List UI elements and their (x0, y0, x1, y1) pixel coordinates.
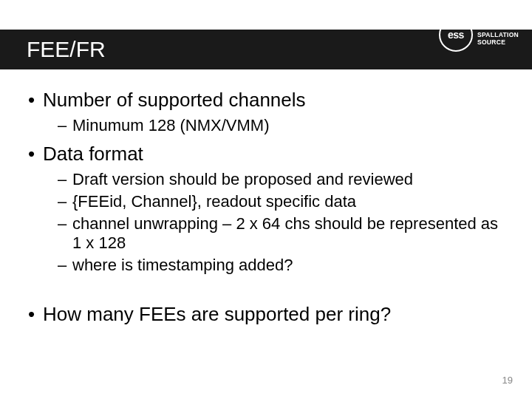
bullet-l2: where is timestamping added? (27, 256, 505, 275)
bullet-l2: Draft version should be proposed and rev… (27, 170, 505, 189)
page-number: 19 (502, 375, 513, 386)
bullet-l1: Number of supported channels (27, 89, 505, 112)
bullet-l1: How many FEEs are supported per ring? (27, 303, 505, 326)
ess-logo-line2: SPALLATION (477, 31, 519, 38)
slide-content: Number of supported channels Minumum 128… (27, 89, 505, 333)
bullet-l1: Data format (27, 143, 505, 166)
slide-title: FEE/FR (27, 37, 106, 62)
bullet-l2: Minumum 128 (NMX/VMM) (27, 116, 505, 135)
ess-logo-circle: ess (439, 18, 473, 52)
ess-logo-line3: SOURCE (477, 38, 519, 46)
ess-logo-line1: EUROPEAN (477, 24, 519, 31)
bullet-l2: {FEEid, Channel}, readout specific data (27, 192, 505, 211)
ess-logo-abbrev: ess (448, 29, 464, 41)
bullet-l2: channel unwrapping – 2 x 64 chs should b… (27, 214, 505, 253)
bullet-group: Data format Draft version should be prop… (27, 143, 505, 275)
ess-logo: ess EUROPEAN SPALLATION SOURCE (439, 18, 519, 52)
ess-logo-text: EUROPEAN SPALLATION SOURCE (477, 24, 519, 47)
spacer (27, 282, 505, 303)
bullet-group: How many FEEs are supported per ring? (27, 303, 505, 326)
bullet-group: Number of supported channels Minumum 128… (27, 89, 505, 135)
